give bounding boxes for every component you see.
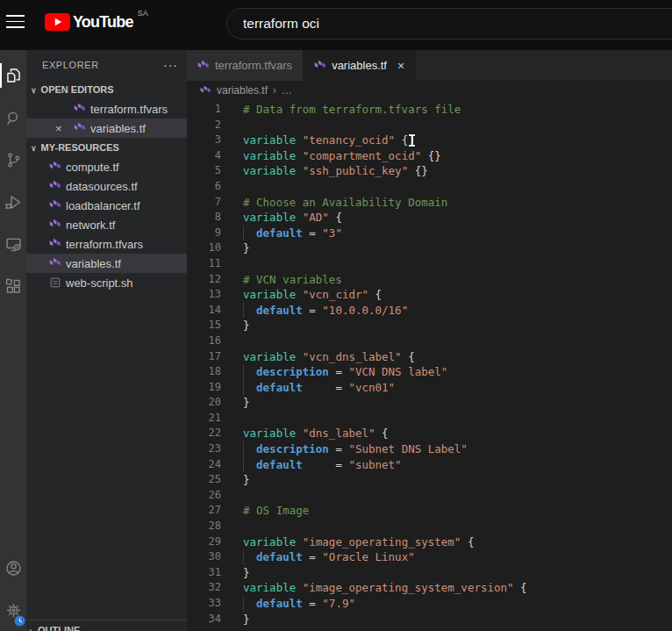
- code-line[interactable]: 33 default = "7.9": [187, 596, 672, 612]
- youtube-wordmark: YouTube: [73, 11, 133, 32]
- file-item-variables.tf[interactable]: variables.tf: [26, 254, 187, 273]
- tab-label: variables.tf: [332, 59, 387, 72]
- code-line[interactable]: 32variable "image_operating_system_versi…: [187, 580, 672, 596]
- line-number: 23: [187, 441, 221, 457]
- code-line[interactable]: 34}: [187, 612, 672, 627]
- text-cursor-icon: [408, 134, 416, 147]
- breadcrumb-file: variables.tf: [217, 84, 268, 97]
- open-editors-header[interactable]: OPEN EDITORS: [26, 80, 187, 99]
- activitybar-run-debug-icon[interactable]: [0, 181, 26, 223]
- code-line[interactable]: 25}: [187, 472, 672, 488]
- tab-variables.tf[interactable]: variables.tf×: [304, 50, 416, 81]
- youtube-header: YouTube SA: [0, 0, 672, 50]
- code-line[interactable]: 20}: [187, 395, 672, 411]
- line-number: 22: [187, 426, 221, 441]
- youtube-play-icon: [45, 13, 70, 31]
- file-item-loadbalancer.tf[interactable]: loadbalancer.tf: [26, 196, 187, 215]
- code-line[interactable]: 15}: [187, 318, 672, 333]
- code-line[interactable]: 3variable "tenancy_ocid" {}: [187, 133, 672, 148]
- activitybar-account-icon[interactable]: [0, 547, 26, 589]
- code-editor[interactable]: 1# Data from terraform.tfvars file23vari…: [187, 100, 672, 631]
- line-number: 26: [187, 488, 221, 504]
- folder-header[interactable]: MY-RESOURCES: [26, 138, 187, 157]
- tab-terraform.tfvars[interactable]: terraform.tfvars: [187, 50, 304, 81]
- file-item-compute.tf[interactable]: compute.tf: [26, 157, 187, 176]
- code-line[interactable]: 14 default = "10.0.0.0/16": [187, 303, 672, 319]
- file-label: compute.tf: [66, 161, 119, 174]
- line-number: 21: [187, 411, 221, 427]
- line-number: 1: [187, 102, 221, 118]
- code-line[interactable]: 21: [187, 411, 672, 427]
- code-line[interactable]: 31}: [187, 565, 672, 581]
- terraform-file-icon: [49, 219, 61, 231]
- code-line[interactable]: 8variable "AD" {: [187, 210, 672, 226]
- code-line[interactable]: 12# VCN variables: [187, 272, 672, 288]
- activitybar-source-control-icon[interactable]: [0, 139, 26, 181]
- code-line[interactable]: 7# Choose an Availability Domain: [187, 195, 672, 211]
- chevron-down-icon: [29, 84, 39, 95]
- line-number: 32: [187, 580, 221, 596]
- activity-bar-top: [0, 54, 26, 307]
- search-input[interactable]: [227, 9, 672, 39]
- code-line[interactable]: 11: [187, 256, 672, 272]
- code-line[interactable]: 18 description = "VCN DNS label": [187, 364, 672, 380]
- hamburger-menu-icon[interactable]: [6, 15, 25, 28]
- code-line[interactable]: 19 default = "vcn01": [187, 380, 672, 396]
- terraform-file-icon: [200, 85, 211, 97]
- youtube-logo[interactable]: YouTube SA: [45, 11, 148, 32]
- code-line[interactable]: 28: [187, 519, 672, 534]
- code-line[interactable]: 13variable "vcn_cidr" {: [187, 287, 672, 303]
- code-line[interactable]: 26: [187, 488, 672, 504]
- code-line[interactable]: 6: [187, 179, 672, 195]
- file-item-variables.tf[interactable]: ×variables.tf: [26, 118, 187, 138]
- activitybar-extensions-icon[interactable]: [0, 265, 26, 307]
- code-line[interactable]: 22variable "dns_label" {: [187, 426, 672, 441]
- breadcrumb[interactable]: variables.tf › …: [187, 81, 672, 100]
- close-icon[interactable]: ×: [397, 59, 404, 73]
- shell-file-icon: [49, 276, 61, 289]
- code-line[interactable]: 4variable "compartment_ocid" {}: [187, 148, 672, 164]
- line-number: 24: [187, 457, 221, 473]
- file-label: network.tf: [66, 219, 115, 232]
- file-item-datasources.tf[interactable]: datasources.tf: [26, 176, 187, 196]
- code-line[interactable]: 29variable "image_operating_system" {: [187, 534, 672, 550]
- code-line[interactable]: 1# Data from terraform.tfvars file: [187, 102, 672, 118]
- activitybar-remote-explorer-icon[interactable]: [0, 223, 26, 265]
- terraform-file-icon: [197, 60, 210, 72]
- code-line[interactable]: 27# OS Image: [187, 503, 672, 519]
- terraform-file-icon: [74, 122, 86, 134]
- sidebar-title: EXPLORER: [42, 60, 99, 70]
- code-line[interactable]: 17variable "vcn_dns_label" {: [187, 349, 672, 365]
- file-item-network.tf[interactable]: network.tf: [26, 215, 187, 234]
- activitybar-search-icon[interactable]: [0, 97, 26, 139]
- file-item-web-script.sh[interactable]: web-script.sh: [26, 273, 187, 292]
- code-line[interactable]: 16: [187, 333, 672, 349]
- activitybar-explorer-icon[interactable]: [0, 54, 26, 97]
- line-number: 33: [187, 596, 221, 612]
- line-number: 25: [187, 472, 221, 488]
- terraform-file-icon: [49, 199, 61, 212]
- terraform-file-icon: [314, 60, 326, 72]
- line-number: 27: [187, 503, 221, 519]
- line-number: 9: [187, 226, 221, 241]
- youtube-region-code: SA: [138, 9, 148, 18]
- close-icon[interactable]: ×: [55, 122, 62, 135]
- terraform-file-icon: [49, 257, 61, 269]
- code-line[interactable]: 2: [187, 118, 672, 133]
- more-actions-icon[interactable]: ···: [163, 58, 178, 72]
- activitybar-settings-icon[interactable]: [0, 589, 26, 631]
- code-line[interactable]: 24 default = "subnet": [187, 457, 672, 473]
- terraform-file-icon: [49, 180, 61, 192]
- code-line[interactable]: 10}: [187, 240, 672, 256]
- code-line[interactable]: 9 default = "3": [187, 226, 672, 241]
- sidebar-header: EXPLORER ···: [26, 50, 187, 80]
- file-item-terraform.tfvars[interactable]: terraform.tfvars: [26, 99, 187, 118]
- code-line[interactable]: 30 default = "Oracle Linux": [187, 549, 672, 565]
- code-line[interactable]: 23 description = "Subnet DNS Label": [187, 441, 672, 457]
- breadcrumb-separator: ›: [273, 84, 276, 97]
- code-line[interactable]: 5variable "ssh_public_key" {}: [187, 163, 672, 179]
- outline-section[interactable]: OUTLINE: [26, 620, 187, 631]
- file-item-terraform.tfvars[interactable]: terraform.tfvars: [26, 234, 187, 254]
- file-label: terraform.tfvars: [90, 103, 168, 116]
- line-number: 29: [187, 534, 221, 550]
